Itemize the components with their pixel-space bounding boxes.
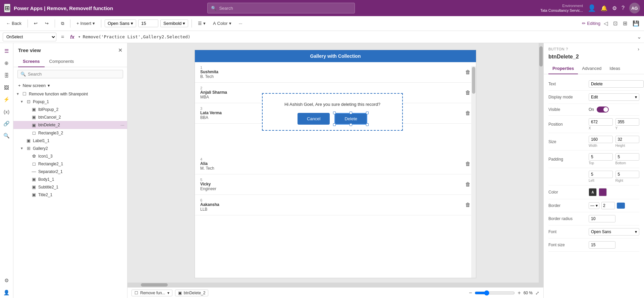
tree-item-title21[interactable]: ▣ Title2_1 (13, 191, 127, 199)
formula-expand-icon[interactable]: ⌄ (637, 34, 641, 40)
top-search-box[interactable]: 🔍 (207, 3, 355, 13)
tab-ideas[interactable]: Ideas (605, 63, 624, 74)
delete-icon-6[interactable]: 🗑 (465, 202, 471, 208)
save-icon[interactable]: 💾 (631, 19, 641, 28)
pos-x-input[interactable] (589, 118, 613, 126)
tree-item-screen[interactable]: ▼ ☐ Remove function with Sharepoint (13, 90, 127, 98)
power-automate-icon[interactable]: ⚡ (1, 94, 12, 105)
delete-icon-4[interactable]: 🗑 (465, 161, 471, 167)
tab-advanced[interactable]: Advanced (578, 63, 605, 74)
fit-screen-button[interactable]: ⤢ (535, 290, 539, 296)
insert-button[interactable]: + Insert ▾ (74, 19, 98, 27)
tree-search-input[interactable] (28, 72, 120, 77)
tab-components[interactable]: Components (45, 56, 79, 67)
font-weight-dropdown[interactable]: Semibold ▾ (160, 19, 188, 27)
tree-item-btndelete2[interactable]: ▣ btnDelete_2 ··· (13, 121, 127, 129)
more-icon[interactable]: ··· (120, 122, 124, 128)
insert-panel-icon[interactable]: ⊕ (1, 58, 12, 69)
tree-search-box[interactable]: 🔍 (17, 70, 123, 78)
back-button[interactable]: ← Back (3, 19, 24, 27)
formula-input[interactable] (83, 34, 634, 39)
align-button[interactable]: ☰ ▾ (195, 19, 208, 27)
tree-item-subtitle21[interactable]: ▣ Subtitle2_1 (13, 183, 127, 191)
formula-chevron-icon[interactable]: ▾ (78, 35, 80, 39)
pad-right-input[interactable] (615, 171, 640, 178)
settings-panel-icon[interactable]: ⚙ (1, 275, 12, 286)
redo-button[interactable]: ↪ (42, 19, 51, 27)
zoom-slider[interactable] (475, 290, 515, 296)
font-size-input[interactable] (589, 241, 615, 249)
pad-left-input[interactable] (589, 171, 613, 178)
variables-icon[interactable]: (x) (1, 106, 12, 117)
account-icon[interactable]: 👤 (1, 287, 12, 298)
tree-item-popup1[interactable]: ▼ ⊡ Popup_1 (13, 98, 127, 105)
color-swatch-fill[interactable] (599, 188, 607, 196)
element-tab[interactable]: ▣ btnDelete_2 (175, 290, 209, 296)
color-swatch-a[interactable]: A (589, 188, 597, 196)
tree-item-icon13[interactable]: ✿ Icon1_3 (13, 152, 127, 160)
text-input[interactable] (589, 80, 644, 88)
border-width-input[interactable] (601, 202, 615, 209)
border-radius-input[interactable] (589, 215, 615, 222)
gallery-vscroll[interactable] (471, 66, 476, 278)
cancel-button[interactable]: Cancel (298, 113, 330, 125)
expand-icon[interactable]: ⊞ (622, 19, 629, 28)
screen-tab[interactable]: ☐ Remove fun... ▾ (131, 290, 172, 296)
help-icon[interactable]: ? (622, 5, 625, 11)
pad-bottom-input[interactable] (615, 153, 640, 161)
canvas-hscroll[interactable] (127, 283, 539, 287)
editing-button[interactable]: ✏ Editing (582, 21, 600, 26)
delete-icon-2[interactable]: 🗑 (465, 90, 471, 96)
tree-view-icon[interactable]: ☰ (1, 46, 12, 56)
settings-icon[interactable]: ⚙ (612, 5, 617, 11)
tab-screens[interactable]: Screens (18, 56, 45, 67)
zoom-in-button[interactable]: + (518, 290, 521, 296)
media-icon[interactable]: 🖼 (1, 82, 12, 93)
tab-properties[interactable]: Properties (548, 63, 578, 74)
search-panel-icon[interactable]: 🔍 (1, 130, 12, 141)
tree-item-sep21[interactable]: — Separator2_1 (13, 168, 127, 175)
font-dropdown[interactable]: Open Sans ▾ (589, 228, 639, 236)
tree-close-button[interactable]: ✕ (118, 47, 122, 53)
canvas-frame[interactable]: Gallery with Collection 1 Sushmita B. Te… (195, 50, 476, 278)
border-style-dropdown[interactable]: — ▾ (589, 202, 599, 209)
font-dropdown[interactable]: Open Sans ▾ (105, 19, 136, 27)
color-button[interactable]: A Color ▾ (210, 19, 234, 27)
tree-item-btncancel2[interactable]: ▣ btnCancel_2 (13, 113, 127, 121)
height-input[interactable] (615, 136, 640, 143)
delete-icon-5[interactable]: 🗑 (465, 181, 471, 187)
canvas-vscroll[interactable] (539, 43, 543, 287)
user-avatar[interactable]: AG (629, 3, 640, 13)
border-color-swatch[interactable] (617, 203, 625, 209)
pad-top-input[interactable] (589, 153, 613, 161)
visible-toggle[interactable] (597, 107, 609, 113)
top-search-input[interactable] (219, 6, 351, 11)
apps-grid-icon[interactable]: ⊞ (4, 4, 10, 12)
help-circle-icon[interactable]: ? (566, 47, 568, 51)
delete-icon-1[interactable]: 🗑 (465, 69, 471, 75)
delete-button[interactable]: Delete (334, 113, 367, 125)
tree-item-gallery2[interactable]: ▼ ⊞ Gallery2 (13, 144, 127, 152)
display-mode-dropdown[interactable]: Edit ▾ (589, 93, 639, 101)
copy-button[interactable]: ⧉ (58, 19, 67, 28)
tree-item-rect32[interactable]: ◻ Rectangle3_2 (13, 129, 127, 137)
delete-icon-3[interactable]: 🗑 (465, 110, 471, 116)
connectors-icon[interactable]: 🔗 (1, 118, 12, 129)
property-selector[interactable]: OnSelect (3, 33, 56, 41)
data-icon[interactable]: 🗄 (1, 70, 12, 81)
zoom-out-button[interactable]: − (469, 290, 472, 296)
panel-collapse-button[interactable]: › (638, 46, 639, 52)
pos-y-input[interactable] (615, 118, 640, 126)
undo-button[interactable]: ↩ (31, 19, 40, 27)
width-input[interactable] (589, 136, 613, 143)
layout-icon[interactable]: ⊡ (612, 19, 619, 28)
notification-icon[interactable]: 🔔 (601, 5, 607, 11)
tree-item-label11[interactable]: ▣ Label1_1 (13, 137, 127, 144)
more-button[interactable]: ··· (236, 19, 245, 27)
preview-icon[interactable]: ◁ (602, 19, 609, 28)
new-screen-button[interactable]: + New screen ▾ (13, 81, 127, 90)
font-size-dropdown[interactable]: 15 (138, 19, 158, 27)
tree-item-rect21[interactable]: ◻ Rectangle2_1 (13, 160, 127, 168)
tree-item-lblpopup2[interactable]: ▣ lblPopup_2 (13, 105, 127, 113)
tree-item-body11[interactable]: ▣ Body1_1 (13, 175, 127, 183)
